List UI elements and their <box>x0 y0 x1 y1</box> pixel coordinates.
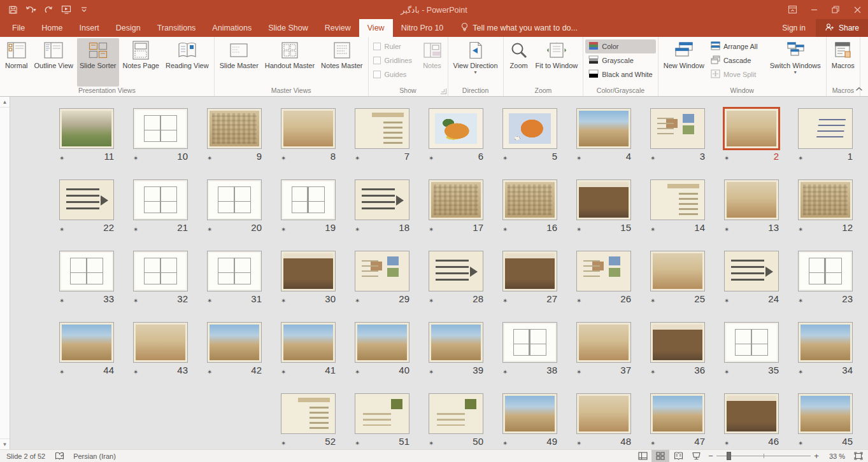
tab-design[interactable]: Design <box>108 19 149 37</box>
slide-thumbnail[interactable] <box>133 179 188 220</box>
slide-thumbnail[interactable] <box>207 108 262 149</box>
animation-star-icon[interactable]: ✶ <box>207 226 212 233</box>
zoom-button[interactable]: Zoom <box>506 38 532 87</box>
close-button[interactable] <box>846 0 868 19</box>
slide-sorter-button[interactable]: Slide Sorter <box>77 38 118 87</box>
tab-review[interactable]: Review <box>317 19 359 37</box>
tab-home[interactable]: Home <box>33 19 71 37</box>
tab-animations[interactable]: Animations <box>204 19 260 37</box>
animation-star-icon[interactable]: ✶ <box>59 368 64 375</box>
slide-thumbnail[interactable] <box>798 108 853 149</box>
animation-star-icon[interactable]: ✶ <box>133 226 138 233</box>
slide-thumbnail[interactable] <box>798 179 853 220</box>
tab-slide-show[interactable]: Slide Show <box>260 19 317 37</box>
save-icon[interactable] <box>5 2 20 17</box>
animation-star-icon[interactable]: ✶ <box>502 155 508 162</box>
animation-star-icon[interactable]: ✶ <box>798 297 803 304</box>
slide-thumbnail[interactable] <box>724 322 779 363</box>
zoom-slider[interactable] <box>716 450 811 462</box>
slide-thumbnail[interactable] <box>429 251 483 291</box>
animation-star-icon[interactable]: ✶ <box>650 440 655 447</box>
handout-master-button[interactable]: Handout Master <box>262 38 317 87</box>
slide-thumbnail[interactable] <box>502 322 557 363</box>
animation-star-icon[interactable]: ✶ <box>207 155 212 162</box>
animation-star-icon[interactable]: ✶ <box>798 440 803 447</box>
animation-star-icon[interactable]: ✶ <box>576 297 581 304</box>
normal-view-button[interactable]: Normal <box>3 38 30 87</box>
slide-thumbnail[interactable] <box>650 322 705 363</box>
slide-thumbnail[interactable] <box>650 393 705 434</box>
collapse-ribbon-button[interactable] <box>855 83 863 94</box>
ribbon-display-options-icon[interactable] <box>781 0 803 19</box>
fit-to-window-button[interactable]: Fit to Window <box>533 38 581 87</box>
move-split-button[interactable]: Move Split <box>708 67 761 81</box>
slide-thumbnail[interactable] <box>502 108 557 149</box>
slide-thumbnail[interactable] <box>502 179 557 220</box>
reading-view-button[interactable]: Reading View <box>163 38 211 87</box>
slide-thumbnail[interactable] <box>502 393 557 434</box>
animation-star-icon[interactable]: ✶ <box>355 297 360 304</box>
arrange-all-button[interactable]: Arrange All <box>708 39 761 53</box>
slide-indicator[interactable]: Slide 2 of 52 <box>0 452 52 460</box>
switch-windows-button[interactable]: Switch Windows ▾ <box>767 38 823 87</box>
sign-in-button[interactable]: Sign in <box>772 19 816 37</box>
animation-star-icon[interactable]: ✶ <box>207 368 212 375</box>
undo-dropdown-caret-icon[interactable]: ▾ <box>33 7 36 13</box>
tab-transitions[interactable]: Transitions <box>149 19 204 37</box>
slide-thumbnail[interactable] <box>281 393 336 434</box>
grayscale-button[interactable]: Grayscale <box>585 53 655 67</box>
outline-view-button[interactable]: Outline View <box>31 38 76 87</box>
status-reading-view-button[interactable] <box>669 450 687 462</box>
slide-thumbnail[interactable] <box>650 251 705 291</box>
slide-thumbnail[interactable] <box>429 179 483 220</box>
animation-star-icon[interactable]: ✶ <box>355 226 360 233</box>
slide-thumbnail[interactable] <box>355 322 409 363</box>
slide-thumbnail[interactable] <box>576 393 631 434</box>
slide-thumbnail[interactable] <box>281 251 336 291</box>
color-button[interactable]: Color <box>585 39 655 53</box>
slide-thumbnail[interactable] <box>576 108 631 149</box>
slide-thumbnail[interactable] <box>798 251 853 291</box>
animation-star-icon[interactable]: ✶ <box>59 297 64 304</box>
animation-star-icon[interactable]: ✶ <box>355 440 360 447</box>
slide-thumbnail[interactable] <box>429 322 483 363</box>
zoom-in-button[interactable]: + <box>811 451 822 461</box>
share-button[interactable]: Share <box>816 19 868 37</box>
animation-star-icon[interactable]: ✶ <box>650 155 655 162</box>
animation-star-icon[interactable]: ✶ <box>576 368 581 375</box>
animation-star-icon[interactable]: ✶ <box>576 226 581 233</box>
ruler-checkbox[interactable]: Ruler <box>371 39 419 53</box>
slide-thumbnail[interactable] <box>724 393 779 434</box>
slide-master-button[interactable]: Slide Master <box>217 38 261 87</box>
animation-star-icon[interactable]: ✶ <box>650 297 655 304</box>
slide-thumbnail[interactable] <box>59 179 114 220</box>
animation-star-icon[interactable]: ✶ <box>133 297 138 304</box>
slide-thumbnail[interactable] <box>281 322 336 363</box>
slide-thumbnail[interactable] <box>502 251 557 291</box>
animation-star-icon[interactable]: ✶ <box>650 368 655 375</box>
vertical-scrollbar[interactable]: ▲ ▼ <box>0 97 10 449</box>
animation-star-icon[interactable]: ✶ <box>724 368 729 375</box>
tab-file[interactable]: File <box>4 19 33 37</box>
fit-slide-to-window-button[interactable] <box>849 450 868 462</box>
slide-thumbnail[interactable] <box>133 322 188 363</box>
animation-star-icon[interactable]: ✶ <box>724 155 729 162</box>
animation-star-icon[interactable]: ✶ <box>429 368 434 375</box>
slide-thumbnail[interactable] <box>133 108 188 149</box>
animation-star-icon[interactable]: ✶ <box>133 155 138 162</box>
slide-thumbnail[interactable] <box>355 108 409 149</box>
status-slide-sorter-button[interactable] <box>651 450 669 462</box>
tab-view[interactable]: View <box>359 19 393 37</box>
start-from-beginning-icon[interactable] <box>59 2 74 17</box>
proofing-status-icon[interactable] <box>52 450 67 462</box>
animation-star-icon[interactable]: ✶ <box>429 226 434 233</box>
slide-thumbnail[interactable] <box>724 251 779 291</box>
slide-thumbnail[interactable] <box>798 393 853 434</box>
slide-thumbnail[interactable] <box>281 179 336 220</box>
animation-star-icon[interactable]: ✶ <box>576 155 581 162</box>
zoom-slider-thumb[interactable] <box>727 452 731 460</box>
slide-thumbnail[interactable] <box>798 322 853 363</box>
tab-insert[interactable]: Insert <box>71 19 108 37</box>
animation-star-icon[interactable]: ✶ <box>281 297 286 304</box>
animation-star-icon[interactable]: ✶ <box>59 155 64 162</box>
